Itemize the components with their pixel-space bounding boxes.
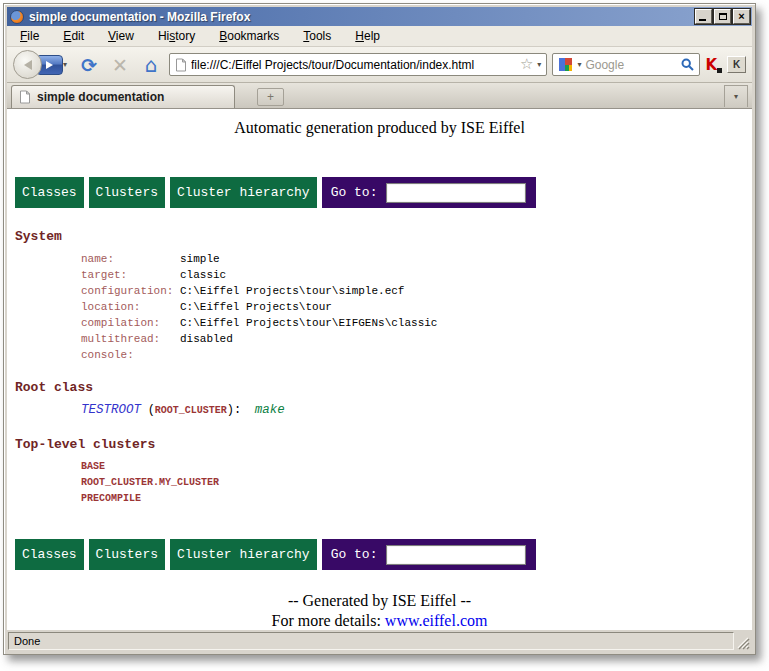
generated-by-text: -- Generated by ISE Eiffel -- (7, 592, 752, 610)
clusters-button[interactable]: Clusters (89, 177, 165, 208)
k-addon-button[interactable]: K (727, 56, 746, 73)
root-class-heading: Root class (15, 380, 752, 395)
goto-label-bottom: Go to: (331, 547, 378, 562)
root-cluster-link[interactable]: ROOT_CLUSTER (155, 405, 227, 416)
system-row-target: target:classic (81, 267, 752, 283)
details-line: For more details: www.eiffel.com (7, 612, 752, 630)
goto-input-bottom[interactable] (386, 545, 526, 565)
doc-nav-bottom: Classes Clusters Cluster hierarchy Go to… (15, 539, 752, 570)
cluster-link-base[interactable]: BASE (81, 459, 752, 475)
goto-label: Go to: (331, 185, 378, 200)
system-heading: System (15, 229, 752, 244)
classes-button[interactable]: Classes (15, 177, 84, 208)
goto-input[interactable] (386, 183, 526, 203)
page-title: Automatic generation produced by ISE Eif… (7, 119, 752, 137)
tab-simple-documentation[interactable]: simple documentation (11, 85, 235, 108)
system-row-multithread: multithread:disabled (81, 331, 752, 347)
close-button[interactable]: × (733, 9, 750, 24)
cluster-hierarchy-button[interactable]: Cluster hierarchy (170, 177, 317, 208)
doc-nav-top: Classes Clusters Cluster hierarchy Go to… (15, 177, 752, 208)
menu-history[interactable]: History (150, 26, 203, 46)
back-button[interactable] (13, 50, 42, 79)
root-class-line: TESTROOT (ROOT_CLUSTER): make (81, 402, 752, 419)
google-icon[interactable] (558, 57, 573, 72)
system-row-location: location:C:\Eiffel Projects\tour (81, 299, 752, 315)
tab-label: simple documentation (37, 90, 164, 104)
browser-window: simple documentation - Mozilla Firefox ×… (3, 3, 756, 655)
cluster-link-precompile[interactable]: PRECOMPILE (81, 491, 752, 507)
creation-feature-link[interactable]: make (255, 403, 285, 417)
minimize-icon (699, 19, 706, 21)
firefox-icon (10, 10, 24, 24)
back-arrow-icon (24, 60, 32, 70)
history-dropdown-button[interactable]: ▾ (63, 60, 67, 69)
forward-arrow-icon (46, 61, 53, 69)
classes-button-bottom[interactable]: Classes (15, 539, 84, 570)
top-level-clusters-section: Top-level clusters BASE ROOT_CLUSTER.MY_… (15, 437, 752, 507)
status-bar: Done (7, 630, 752, 652)
clusters-button-bottom[interactable]: Clusters (89, 539, 165, 570)
menu-tools[interactable]: Tools (295, 26, 339, 46)
home-button[interactable]: ⌂ (138, 53, 164, 77)
details-prefix: For more details: (272, 612, 381, 629)
system-row-name: name:simple (81, 251, 752, 267)
chevron-down-icon: ▾ (734, 92, 738, 101)
root-class-section: Root class TESTROOT (ROOT_CLUSTER): make (15, 380, 752, 419)
maximize-button[interactable] (714, 9, 731, 24)
close-icon: × (738, 11, 744, 22)
eiffel-com-link[interactable]: www.eiffel.com (385, 612, 488, 629)
system-section: System name:simple target:classic config… (15, 229, 752, 363)
page-icon (175, 58, 187, 72)
system-row-configuration: configuration:C:\Eiffel Projects\tour\si… (81, 283, 752, 299)
maximize-icon (719, 13, 727, 20)
navigation-toolbar: ▾ ⟳ ✕ ⌂ ☆ ▾ ▾ K K (7, 47, 752, 83)
magnifier-icon[interactable] (681, 58, 694, 71)
search-input[interactable] (585, 58, 677, 72)
goto-box-bottom: Go to: (322, 539, 537, 570)
menu-bookmarks[interactable]: Bookmarks (211, 26, 287, 46)
minimize-button[interactable] (695, 9, 712, 24)
status-text: Done (8, 632, 734, 650)
tab-page-icon (19, 90, 31, 104)
menu-view[interactable]: View (100, 26, 142, 46)
search-bar[interactable]: ▾ (552, 53, 700, 76)
menu-bar: File Edit View History Bookmarks Tools H… (7, 26, 752, 47)
url-input[interactable] (191, 58, 516, 72)
titlebar[interactable]: simple documentation - Mozilla Firefox × (7, 7, 752, 26)
search-engine-dropdown[interactable]: ▾ (577, 60, 581, 69)
resize-grip[interactable] (736, 634, 750, 650)
cluster-hierarchy-button-bottom[interactable]: Cluster hierarchy (170, 539, 317, 570)
goto-box: Go to: (322, 177, 537, 208)
stop-button[interactable]: ✕ (107, 54, 133, 76)
window-title: simple documentation - Mozilla Firefox (29, 10, 695, 24)
system-row-compilation: compilation:C:\Eiffel Projects\tour\EIFG… (81, 315, 752, 331)
back-forward-control: ▾ (13, 50, 67, 79)
menu-file[interactable]: File (12, 26, 47, 46)
list-all-tabs-button[interactable]: ▾ (724, 85, 748, 107)
page-content: Automatic generation produced by ISE Eif… (7, 109, 752, 630)
menu-edit[interactable]: Edit (55, 26, 92, 46)
address-bar[interactable]: ☆ ▾ (169, 53, 547, 76)
menu-help[interactable]: Help (347, 26, 388, 46)
tab-strip: simple documentation + ▾ (7, 83, 752, 109)
reload-button[interactable]: ⟳ (76, 54, 102, 76)
new-tab-button[interactable]: + (257, 88, 284, 106)
system-row-console: console: (81, 347, 752, 363)
clusters-heading: Top-level clusters (15, 437, 752, 452)
cluster-link-root-cluster-my-cluster[interactable]: ROOT_CLUSTER.MY_CLUSTER (81, 475, 752, 491)
url-dropdown-button[interactable]: ▾ (537, 60, 541, 69)
bookmark-star-icon[interactable]: ☆ (520, 57, 533, 72)
kaspersky-icon[interactable]: K (705, 56, 722, 74)
root-class-link[interactable]: TESTROOT (81, 403, 141, 417)
